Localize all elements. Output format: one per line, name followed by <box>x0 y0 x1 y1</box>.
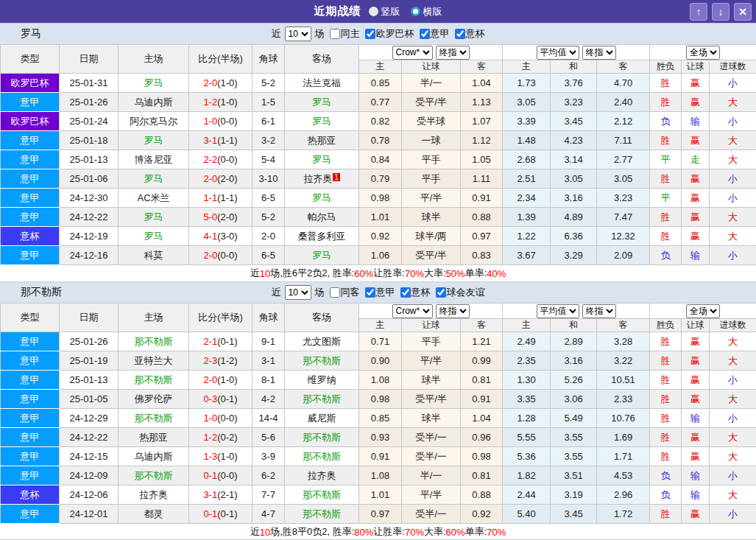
col-score: 比分(半场) <box>189 304 252 332</box>
home-team[interactable]: 拉齐奥 <box>119 485 189 505</box>
home-team[interactable]: 亚特兰大 <box>119 351 189 371</box>
home-team[interactable]: 那不勒斯 <box>119 371 189 390</box>
match-date: 24-12-30 <box>60 189 119 208</box>
home-team[interactable]: 罗马 <box>119 131 189 150</box>
away-team[interactable]: 那不勒斯 <box>285 390 359 409</box>
result-handicap: 赢 <box>682 93 710 112</box>
handicap-away-odds: 1.07 <box>461 112 503 131</box>
away-team[interactable]: 罗马 <box>285 189 359 208</box>
result-handicap: 赢 <box>682 169 710 189</box>
league-checkbox[interactable] <box>436 287 446 298</box>
home-team[interactable]: 罗马 <box>119 74 189 93</box>
home-team[interactable]: 罗马 <box>119 208 189 227</box>
home-team[interactable]: 罗马 <box>119 169 189 189</box>
result-goals: 小 <box>710 409 756 428</box>
league-filter-0-2[interactable]: 意杯 <box>452 27 485 41</box>
league-checkbox[interactable] <box>455 29 465 39</box>
avg-draw-odds: 5.49 <box>551 409 597 428</box>
away-team[interactable]: 罗马 <box>285 150 359 169</box>
result-wdl: 胜 <box>650 390 682 409</box>
home-team[interactable]: 乌迪内斯 <box>119 447 189 466</box>
summary-part: 70% <box>405 527 424 538</box>
score-cell: 3-1(1-1) <box>189 131 252 150</box>
away-team[interactable]: 拉齐奥 <box>285 466 359 485</box>
home-team[interactable]: 博洛尼亚 <box>119 150 189 169</box>
home-team[interactable]: 都灵 <box>119 505 189 524</box>
radio-vertical-layout[interactable]: 竖版 <box>369 5 400 18</box>
same-venue-input[interactable] <box>330 287 340 298</box>
away-team[interactable]: 帕尔马 <box>285 208 359 227</box>
recent-count-select[interactable]: 10 <box>285 285 311 300</box>
recent-count-select[interactable]: 10 <box>285 27 311 41</box>
league-filter-1-1[interactable]: 意杯 <box>398 286 431 299</box>
odds-stage-select-2[interactable]: 终指 <box>582 304 616 318</box>
away-team[interactable]: 罗马 <box>285 246 359 265</box>
away-team[interactable]: 桑普多利亚 <box>285 227 359 246</box>
bookmaker-select[interactable]: Crow* <box>392 304 433 318</box>
away-team[interactable]: 拉齐奥1 <box>285 169 359 189</box>
full-match-select[interactable]: 全场 <box>686 304 720 318</box>
radio-horizontal-layout[interactable]: 横版 <box>411 5 442 18</box>
away-team[interactable]: 那不勒斯 <box>285 505 359 524</box>
average-select[interactable]: 平均值 <box>537 46 579 60</box>
away-team[interactable]: 那不勒斯 <box>285 351 359 371</box>
home-team[interactable]: 佛罗伦萨 <box>119 390 189 409</box>
same-venue-checkbox[interactable]: 同主 <box>327 27 360 41</box>
odds-source-group: Crow*终指 <box>359 304 503 319</box>
league-filter-0-1[interactable]: 意甲 <box>417 27 450 41</box>
home-team[interactable]: 那不勒斯 <box>119 466 189 485</box>
away-team[interactable]: 维罗纳 <box>285 371 359 390</box>
home-team[interactable]: 那不勒斯 <box>119 409 189 428</box>
away-team[interactable]: 那不勒斯 <box>285 428 359 447</box>
home-team[interactable]: 罗马 <box>119 227 189 246</box>
radio-selected-icon[interactable] <box>369 7 378 16</box>
move-down-button[interactable]: ↓ <box>712 3 729 21</box>
league-label: 意甲 <box>376 286 395 299</box>
corner-cell: 6-1 <box>252 112 285 131</box>
home-team[interactable]: AC米兰 <box>119 189 189 208</box>
match-row: 意甲 25-01-06 罗马 2-0(2-0) 3-10 拉齐奥1 0.79 平… <box>1 169 756 189</box>
handicap-home-odds: 0.98 <box>359 189 402 208</box>
league-checkbox[interactable] <box>365 29 375 39</box>
radio-unselected-icon[interactable] <box>411 7 420 16</box>
move-up-button[interactable]: ↑ <box>690 3 707 21</box>
handicap-away-odds: 1.21 <box>461 332 503 351</box>
bookmaker-select[interactable]: Crow* <box>392 46 433 60</box>
league-checkbox[interactable] <box>365 287 375 298</box>
away-team[interactable]: 尤文图斯 <box>285 332 359 351</box>
odds-stage-select-2[interactable]: 终指 <box>582 46 616 60</box>
same-venue-checkbox[interactable]: 同客 <box>327 286 360 299</box>
home-team[interactable]: 热那亚 <box>119 428 189 447</box>
away-team[interactable]: 罗马 <box>285 93 359 112</box>
competition-badge: 意杯 <box>1 485 60 505</box>
close-button[interactable]: ✕ <box>734 3 752 21</box>
away-team[interactable]: 那不勒斯 <box>285 485 359 505</box>
home-team[interactable]: 那不勒斯 <box>119 332 189 351</box>
match-row: 意甲 25-01-19 亚特兰大 2-3(1-2) 3-1 那不勒斯 0.90 … <box>1 351 756 371</box>
league-checkbox[interactable] <box>400 287 411 298</box>
home-team[interactable]: 阿尔克马尔 <box>119 112 189 131</box>
average-select[interactable]: 平均值 <box>537 304 579 318</box>
away-team[interactable]: 罗马 <box>285 112 359 131</box>
result-scope-group: 全场 <box>650 45 756 60</box>
score-cell: 1-3(1-0) <box>189 447 252 466</box>
away-team[interactable]: 那不勒斯 <box>285 447 359 466</box>
odds-stage-select[interactable]: 终指 <box>436 46 470 60</box>
league-filter-1-0[interactable]: 意甲 <box>362 286 395 299</box>
league-filter-0-0[interactable]: 欧罗巴杯 <box>362 27 414 41</box>
corner-cell: 9-1 <box>252 332 285 351</box>
result-goals: 小 <box>710 246 756 265</box>
league-filter-1-2[interactable]: 球会友谊 <box>433 286 485 299</box>
home-team[interactable]: 科莫 <box>119 246 189 265</box>
odds-stage-select[interactable]: 终指 <box>436 304 470 318</box>
full-match-select[interactable]: 全场 <box>686 46 720 60</box>
same-venue-input[interactable] <box>330 29 340 39</box>
handicap-line: 受平/半 <box>402 246 461 265</box>
away-team[interactable]: 热那亚 <box>285 131 359 150</box>
league-checkbox[interactable] <box>420 29 430 39</box>
away-team[interactable]: 威尼斯 <box>285 409 359 428</box>
handicap-away-odds: 1.04 <box>461 409 503 428</box>
league-label: 球会友谊 <box>447 286 485 299</box>
away-team[interactable]: 法兰克福 <box>285 74 359 93</box>
home-team[interactable]: 乌迪内斯 <box>119 93 189 112</box>
